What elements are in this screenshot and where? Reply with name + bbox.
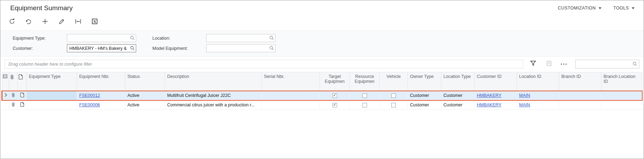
magnifier-icon[interactable] <box>632 61 637 68</box>
table-row[interactable]: FSE00012 Active Multifruit Centrifugal J… <box>2 91 643 100</box>
header-menus: CUSTOMIZATION TOOLS <box>558 4 634 11</box>
col-header-location-id[interactable]: Location ID <box>517 72 559 91</box>
undo-button[interactable] <box>24 17 33 26</box>
cell-equipment-type[interactable] <box>27 91 77 100</box>
magnifier-icon[interactable] <box>269 46 274 52</box>
paperclip-icon <box>10 76 14 81</box>
col-header-customer-id[interactable]: Customer ID <box>475 72 517 91</box>
col-header-description[interactable]: Description <box>165 72 262 91</box>
cell-owner-type[interactable]: Customer <box>408 100 441 110</box>
plus-icon <box>42 18 49 25</box>
magnifier-icon[interactable] <box>269 35 274 41</box>
cell-target-equipment <box>320 91 350 100</box>
row-expander[interactable] <box>2 91 9 100</box>
cell-description[interactable]: Multifruit Centrifugal Juicer J22C <box>165 91 262 100</box>
row-note-button[interactable] <box>18 100 27 110</box>
customer-id-link[interactable]: HMBAKERY <box>477 102 501 107</box>
model-equipment-input[interactable] <box>206 44 276 52</box>
cell-vehicle <box>380 100 408 110</box>
filter-panel: Equipment Type: Location: Customer: Mode… <box>0 30 644 57</box>
export-to-excel-button[interactable]: X <box>90 17 99 26</box>
col-header-equipment-nbr[interactable]: Equipment Nbr. <box>77 72 125 91</box>
row-attachment-button[interactable] <box>9 91 18 100</box>
cell-branch-id[interactable] <box>559 91 601 100</box>
col-header-target-equipment[interactable]: Target Equipmen <box>320 72 350 91</box>
cell-customer-id: HMBAKERY <box>475 100 517 110</box>
attachments-column-header[interactable] <box>9 72 18 91</box>
column-filter-drop-zone[interactable]: Drag column header here to configure fil… <box>5 60 523 68</box>
col-header-resource-equipment[interactable]: Resource Equipmen <box>350 72 380 91</box>
magnifier-icon[interactable] <box>130 46 135 52</box>
customer-filter-label: Customer: <box>13 46 67 51</box>
cell-branch-location-id[interactable] <box>601 100 643 110</box>
row-note-button[interactable] <box>18 91 27 100</box>
cell-customer-id: HMBAKERY <box>475 91 517 100</box>
undo-icon <box>25 18 32 25</box>
customer-input[interactable] <box>67 44 136 52</box>
col-header-status[interactable]: Status <box>125 72 165 91</box>
col-header-branch-location-id[interactable]: Branch Location ID <box>601 72 643 91</box>
notes-column-header[interactable] <box>18 72 27 91</box>
location-id-link[interactable]: MAIN <box>519 93 530 98</box>
equipment-summary-screen: Equipment Summary CUSTOMIZATION TOOLS <box>0 0 644 159</box>
cell-status[interactable]: Active <box>125 100 165 110</box>
equipment-nbr-link[interactable]: FSE00006 <box>79 102 100 107</box>
equipment-type-input[interactable] <box>67 34 136 42</box>
cell-owner-type[interactable]: Customer <box>408 91 441 100</box>
cell-branch-location-id[interactable] <box>601 91 643 100</box>
target-equipment-checkbox[interactable] <box>333 103 337 107</box>
col-header-branch-id[interactable]: Branch ID <box>559 72 601 91</box>
row-expander[interactable] <box>2 100 9 110</box>
resource-equipment-checkbox[interactable] <box>362 103 367 107</box>
note-icon <box>20 103 24 108</box>
save-disk-icon <box>546 60 552 68</box>
grid-header-row: Equipment Type Equipment Nbr. Status Des… <box>2 72 643 91</box>
row-attachment-button[interactable] <box>9 100 18 110</box>
equipment-nbr-link[interactable]: FSE00012 <box>79 93 100 98</box>
add-button[interactable] <box>41 17 49 26</box>
vehicle-checkbox[interactable] <box>391 93 396 98</box>
chevron-right-icon <box>5 93 7 98</box>
cell-location-type[interactable]: Customer <box>441 100 475 110</box>
paperclip-icon <box>11 103 15 108</box>
cell-description[interactable]: Commercial citrus juicer with a producti… <box>165 100 262 110</box>
col-header-equipment-type[interactable]: Equipment Type <box>27 72 77 91</box>
customer-filter <box>67 44 136 52</box>
fit-to-width-button[interactable] <box>74 17 82 26</box>
page-title: Equipment Summary <box>10 4 72 12</box>
col-header-location-type[interactable]: Location Type <box>441 72 475 91</box>
cell-status[interactable]: Active <box>125 91 165 100</box>
target-equipment-checkbox[interactable] <box>333 93 337 98</box>
customization-menu[interactable]: CUSTOMIZATION <box>558 6 601 11</box>
save-grid-settings-button[interactable] <box>546 60 552 68</box>
main-toolbar: X <box>0 12 644 30</box>
model-equipment-filter-label: Model Equipment: <box>152 46 206 51</box>
cell-serial-nbr[interactable] <box>262 100 320 110</box>
cell-branch-id[interactable] <box>559 100 601 110</box>
location-id-link[interactable]: MAIN <box>519 102 530 107</box>
cell-location-id: MAIN <box>517 91 559 100</box>
cell-location-type[interactable]: Customer <box>441 91 475 100</box>
col-header-serial-nbr[interactable]: Serial Nbr. <box>262 72 320 91</box>
tools-menu[interactable]: TOOLS <box>613 6 634 11</box>
chevron-down-icon <box>632 7 634 9</box>
magnifier-icon[interactable] <box>130 35 135 41</box>
cell-serial-nbr[interactable] <box>262 91 320 100</box>
resource-equipment-checkbox[interactable] <box>362 93 367 98</box>
funnel-icon <box>530 60 536 68</box>
col-header-vehicle[interactable]: Vehicle <box>380 72 408 91</box>
filter-settings-button[interactable] <box>530 60 536 68</box>
location-input[interactable] <box>206 34 276 42</box>
col-header-owner-type[interactable]: Owner Type <box>408 72 441 91</box>
more-options-button[interactable]: ... <box>561 61 568 67</box>
column-config-header[interactable] <box>2 72 9 91</box>
edit-button[interactable] <box>57 17 66 26</box>
table-row[interactable]: FSE00006 Active Commercial citrus juicer… <box>2 100 643 110</box>
paperclip-icon <box>11 94 15 99</box>
vehicle-checkbox[interactable] <box>391 103 396 107</box>
customer-id-link[interactable]: HMBAKERY <box>477 93 501 98</box>
grid-search-input[interactable] <box>575 60 639 68</box>
excel-icon: X <box>91 18 98 25</box>
refresh-button[interactable] <box>8 17 16 26</box>
cell-equipment-type[interactable] <box>27 100 77 110</box>
